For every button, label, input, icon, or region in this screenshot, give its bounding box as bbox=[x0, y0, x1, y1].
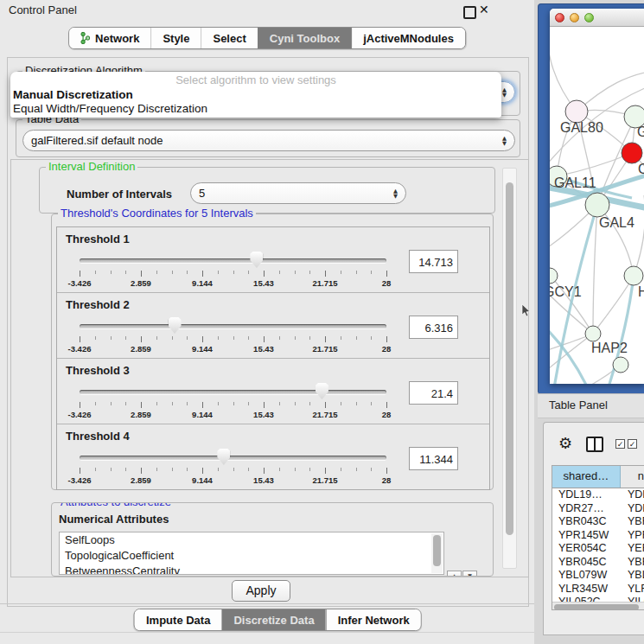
table-row[interactable]: YDR27…YDR2 bbox=[552, 502, 644, 516]
tab-jactivemnodules[interactable]: jActiveMNodules bbox=[351, 28, 465, 48]
slider-track[interactable] bbox=[80, 456, 386, 460]
list-item-topologicalcoefficient[interactable]: TopologicalCoefficient bbox=[60, 548, 443, 564]
slider-thumb[interactable] bbox=[250, 252, 263, 268]
algorithm-option-equal-width-frequency-discretization[interactable]: Equal Width/Frequency Discretization bbox=[10, 102, 501, 116]
network-window-titlebar[interactable] bbox=[550, 9, 644, 27]
cell-shared-name[interactable]: YIL052C bbox=[552, 596, 621, 602]
list-item-betweennesscentrality[interactable]: BetweennessCentrality bbox=[60, 564, 443, 575]
list-item-selfloops[interactable]: SelfLoops bbox=[60, 532, 443, 548]
tab-style[interactable]: Style bbox=[150, 28, 201, 48]
divider bbox=[0, 632, 534, 633]
cell-shared-name[interactable]: YLR345W bbox=[552, 583, 621, 596]
tab-cyni-toolbox[interactable]: Cyni Toolbox bbox=[258, 28, 351, 48]
close-traffic-light[interactable] bbox=[555, 13, 564, 22]
table-row[interactable]: YBL079WYBL0 bbox=[552, 569, 644, 583]
minimize-traffic-light[interactable] bbox=[570, 13, 579, 22]
network-node-gal4[interactable] bbox=[585, 193, 609, 217]
attributes-to-discretize-group: Attributes to discretize Numerical Attri… bbox=[51, 502, 494, 577]
zoom-traffic-light[interactable] bbox=[584, 13, 594, 22]
node-label: GAL11 bbox=[554, 175, 596, 190]
tick-mark bbox=[279, 271, 280, 274]
table-row[interactable]: YDL19…YDL1 bbox=[552, 488, 644, 502]
cell-name[interactable]: YBR0 bbox=[621, 556, 644, 570]
tick-label: 15.43 bbox=[245, 344, 283, 354]
float-window-icon[interactable] bbox=[463, 6, 476, 19]
cell-shared-name[interactable]: YDR27… bbox=[552, 502, 621, 516]
slider-track[interactable] bbox=[80, 258, 386, 263]
table-row[interactable]: YER054CYER0 bbox=[552, 542, 644, 556]
tick-mark bbox=[233, 336, 234, 340]
table-panel-title: Table Panel bbox=[549, 394, 608, 417]
cell-name[interactable]: YDL1 bbox=[621, 488, 644, 502]
tab-select[interactable]: Select bbox=[201, 28, 257, 48]
number-of-intervals-combobox[interactable]: 5 ▲▼ bbox=[190, 182, 406, 204]
table-row[interactable]: YPR145WYPR1 bbox=[552, 529, 644, 543]
table-row[interactable]: YLR345WYLR3 bbox=[552, 583, 644, 596]
table-data-combobox[interactable]: galFiltered.sif default node ▲▼ bbox=[22, 130, 515, 151]
scroll-up-button[interactable]: ▲ bbox=[447, 571, 462, 577]
tab-impute-data[interactable]: Impute Data bbox=[135, 609, 221, 630]
tab-infer-network[interactable]: Infer Network bbox=[326, 609, 421, 630]
slider-thumb[interactable] bbox=[217, 449, 230, 465]
column-header-name[interactable]: n bbox=[621, 466, 644, 488]
tick-mark bbox=[309, 402, 310, 405]
tick-label: 21.715 bbox=[306, 410, 344, 419]
table-data-value: galFiltered.sif default node bbox=[31, 134, 163, 147]
gear-icon[interactable]: ⚙ bbox=[558, 434, 572, 452]
slider-thumb[interactable] bbox=[169, 317, 182, 334]
cell-shared-name[interactable]: YBL079W bbox=[552, 569, 621, 583]
threshold-value-field[interactable]: 6.316 bbox=[409, 316, 458, 339]
panel-scrollbar[interactable] bbox=[502, 168, 517, 569]
table-row[interactable]: YBR045CYBR0 bbox=[552, 556, 644, 570]
checkbox-icon[interactable]: ✓ bbox=[628, 439, 637, 449]
tab-discretize-data[interactable]: Discretize Data bbox=[221, 609, 325, 630]
algorithm-option-manual-discretization[interactable]: Manual Discretization bbox=[10, 88, 501, 102]
tick-mark bbox=[295, 402, 296, 405]
scroll-down-button[interactable]: ▼ bbox=[462, 571, 477, 577]
threshold-value-field[interactable]: 11.344 bbox=[409, 447, 458, 470]
table-row[interactable]: YIL052CYIL0 bbox=[552, 596, 644, 602]
column-header-shared-name[interactable]: shared… bbox=[552, 466, 621, 488]
split-table-icon[interactable] bbox=[586, 437, 603, 452]
slider-track[interactable] bbox=[80, 324, 386, 328]
tick-mark bbox=[111, 402, 112, 405]
checkbox-icon[interactable]: ✓ bbox=[615, 439, 625, 449]
threshold-label: Threshold 3 bbox=[66, 364, 130, 377]
cell-name[interactable]: YER0 bbox=[621, 542, 644, 556]
cell-name[interactable]: YBR0 bbox=[621, 515, 644, 529]
cell-name[interactable]: YPR1 bbox=[621, 529, 644, 543]
tab-network[interactable]: Network bbox=[69, 28, 150, 48]
slider-track[interactable] bbox=[80, 390, 386, 394]
cell-shared-name[interactable]: YPR145W bbox=[552, 529, 621, 543]
cell-shared-name[interactable]: YER054C bbox=[552, 542, 621, 556]
network-node-c[interactable] bbox=[622, 143, 642, 163]
tick-mark bbox=[356, 271, 357, 274]
close-icon[interactable]: ✕ bbox=[479, 3, 489, 16]
cell-name[interactable]: YBL0 bbox=[621, 569, 644, 583]
cell-shared-name[interactable]: YBR043C bbox=[552, 515, 621, 529]
tick-label: 28 bbox=[367, 410, 405, 419]
tick-mark bbox=[309, 271, 310, 274]
list-scrollbar[interactable] bbox=[431, 533, 443, 573]
cell-shared-name[interactable]: YDL19… bbox=[552, 488, 621, 502]
threshold-value-field[interactable]: 14.713 bbox=[409, 250, 458, 273]
cell-name[interactable]: YDR2 bbox=[621, 502, 644, 516]
network-node-gcy1[interactable] bbox=[550, 268, 558, 284]
tick-mark bbox=[125, 402, 126, 405]
cell-shared-name[interactable]: YBR045C bbox=[552, 556, 621, 570]
cell-name[interactable]: YLR3 bbox=[621, 583, 644, 596]
threshold-value-field[interactable]: 21.4 bbox=[409, 381, 458, 405]
cell-name[interactable]: YIL0 bbox=[621, 596, 644, 602]
network-node-hap2[interactable] bbox=[585, 326, 601, 341]
network-node-h[interactable] bbox=[624, 266, 643, 285]
table-header-row: shared… n bbox=[552, 466, 644, 488]
network-node[interactable] bbox=[613, 357, 628, 373]
tab-label: Discretize Data bbox=[233, 614, 314, 627]
network-canvas[interactable]: GAL80GCGAL11GAL4GCY1HHAP2 bbox=[550, 27, 644, 384]
spinner-icon: ▲▼ bbox=[502, 136, 507, 146]
slider-thumb[interactable] bbox=[316, 383, 328, 399]
table-horizontal-scrollbar[interactable] bbox=[552, 602, 644, 610]
apply-button[interactable]: Apply bbox=[232, 580, 290, 602]
table-row[interactable]: YBR043CYBR0 bbox=[552, 515, 644, 529]
numerical-attributes-list[interactable]: SelfLoopsTopologicalCoefficientBetweenne… bbox=[59, 532, 444, 575]
